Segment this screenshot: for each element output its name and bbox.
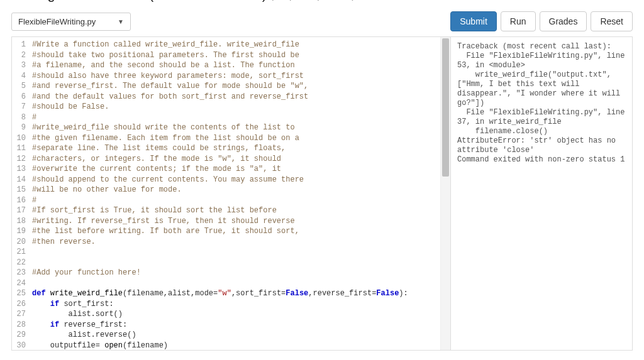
line-number: 4 (13, 71, 26, 82)
code-line[interactable]: #separate line. The list items could be … (30, 143, 440, 154)
run-button[interactable]: Run (501, 11, 536, 31)
line-number: 15 (13, 185, 26, 195)
code-line[interactable]: #the list before writing. If both are Tr… (30, 226, 440, 237)
line-number: 23 (13, 268, 26, 278)
code-line[interactable]: #and the default values for both sort_fi… (30, 92, 440, 102)
line-number: 26 (13, 299, 26, 310)
code-line[interactable]: #should be False. (30, 102, 440, 112)
line-number: 13 (13, 164, 26, 175)
chevron-down-icon: ▼ (118, 18, 124, 25)
page-header: Coding Problem 4.4.5 (External resource)… (0, 0, 644, 6)
line-number: 6 (13, 92, 26, 102)
code-line[interactable] (30, 258, 440, 268)
line-number: 29 (13, 330, 26, 341)
file-select-dropdown[interactable]: FlexibleFileWriting.py ▼ (11, 13, 131, 31)
code-line[interactable]: alist.reverse() (30, 330, 440, 341)
scroll-thumb[interactable] (442, 38, 449, 177)
code-line[interactable]: #should take two positional parameters. … (30, 50, 440, 61)
code-area[interactable]: #Write a function called write_weird_fil… (30, 37, 440, 350)
code-line[interactable]: #If sort_first is True, it should sort t… (30, 205, 440, 216)
code-line[interactable]: # (30, 195, 440, 206)
output-line: write_weird_file("output.txt", ["Hmm, I … (457, 70, 626, 108)
page-title: Coding Problem 4.4.5 (External resource)… (11, 0, 355, 2)
code-line[interactable]: #write_weird_file should write the conte… (30, 123, 440, 133)
code-line[interactable]: if reverse_first: (30, 320, 440, 330)
line-number: 10 (13, 133, 26, 144)
line-number: 14 (13, 175, 26, 185)
code-line[interactable] (30, 278, 440, 289)
line-number: 12 (13, 154, 26, 165)
line-number: 24 (13, 278, 26, 289)
code-line[interactable]: if sort_first: (30, 299, 440, 310)
output-line: AttributeError: 'str' object has no attr… (457, 136, 626, 155)
line-number: 20 (13, 237, 26, 248)
grades-button[interactable]: Grades (540, 11, 587, 31)
line-number: 21 (13, 247, 26, 258)
code-line[interactable]: #then reverse. (30, 237, 440, 248)
line-number: 27 (13, 309, 26, 320)
output-line: File "FlexibleFileWriting.py", line 53, … (457, 52, 626, 70)
line-number: 18 (13, 216, 26, 227)
code-line[interactable]: #writing. If reverse_first is True, then… (30, 216, 440, 227)
code-line[interactable]: #and reverse_first. The default value fo… (30, 81, 440, 92)
line-number: 25 (13, 288, 26, 299)
code-line[interactable]: #the given filename. Each item from the … (30, 133, 440, 144)
line-number: 11 (13, 143, 26, 154)
code-line[interactable]: #Add your function here! (30, 268, 440, 278)
code-line[interactable]: outputfile= open(filename) (30, 341, 440, 351)
line-number: 7 (13, 102, 26, 112)
output-line: File "FlexibleFileWriting.py", line 37, … (457, 108, 626, 127)
line-number: 1 (13, 40, 26, 50)
line-number: 3 (13, 60, 26, 71)
toolbar: FlexibleFileWriting.py ▼ Submit Run Grad… (0, 6, 644, 36)
output-line: filename.close() (457, 127, 626, 136)
code-line[interactable]: #characters, or integers. If the mode is… (30, 154, 440, 165)
code-line[interactable] (30, 247, 440, 258)
code-line[interactable]: #should also have three keyword paramete… (30, 71, 440, 82)
code-editor[interactable]: 1234567891011121314151617181920212223242… (12, 37, 451, 350)
editor-scrollbar[interactable] (440, 37, 450, 350)
code-line[interactable]: #should append to the current contents. … (30, 175, 440, 185)
reset-button[interactable]: Reset (591, 11, 633, 31)
code-line[interactable]: #overwrite the current contents; if the … (30, 164, 440, 175)
line-number: 5 (13, 81, 26, 92)
line-number: 19 (13, 226, 26, 237)
code-line[interactable]: #a filename, and the second should be a … (30, 60, 440, 71)
file-select-label: FlexibleFileWriting.py (18, 17, 96, 26)
line-gutter: 1234567891011121314151617181920212223242… (12, 37, 30, 350)
code-line[interactable]: #will be no other value for mode. (30, 185, 440, 195)
code-line[interactable]: # (30, 112, 440, 123)
line-number: 2 (13, 50, 26, 61)
output-panel: Traceback (most recent call last): File … (451, 37, 632, 350)
code-line[interactable]: alist.sort() (30, 309, 440, 320)
line-number: 8 (13, 112, 26, 123)
line-number: 22 (13, 258, 26, 268)
line-number: 16 (13, 195, 26, 206)
code-line[interactable]: #Write a function called write_weird_fil… (30, 40, 440, 50)
submit-button[interactable]: Submit (450, 11, 497, 31)
line-number: 28 (13, 320, 26, 330)
action-buttons: Submit Run Grades Reset (450, 11, 633, 31)
line-number: 30 (13, 341, 26, 351)
workspace: 1234567891011121314151617181920212223242… (11, 36, 633, 351)
line-number: 17 (13, 205, 26, 216)
line-number: 9 (13, 123, 26, 133)
code-line[interactable]: def write_weird_file(filename,alist,mode… (30, 288, 440, 299)
output-line: Traceback (most recent call last): (457, 42, 626, 52)
output-line: Command exited with non-zero status 1 (457, 155, 626, 165)
